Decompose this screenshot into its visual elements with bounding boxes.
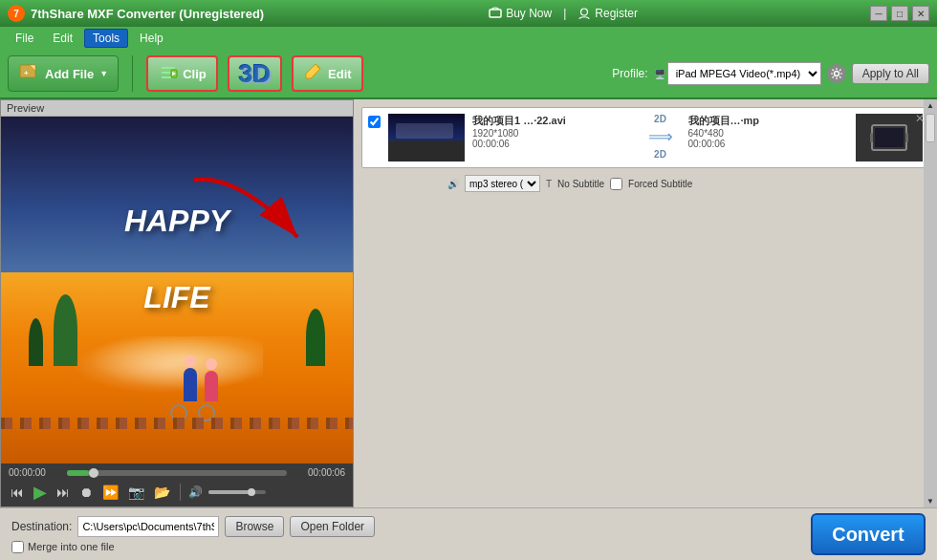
buy-now-btn[interactable]: Buy Now (489, 7, 552, 20)
add-file-icon: + (18, 61, 41, 87)
maximize-button[interactable]: □ (891, 6, 908, 21)
clip-button[interactable]: Clip (146, 55, 218, 92)
bottom-left: Destination: Browse Open Folder Merge in… (11, 516, 375, 553)
app-logo: 7 (8, 5, 25, 22)
source-file-duration: 00:00:06 (472, 139, 633, 149)
edit-label: Edit (328, 67, 352, 81)
scroll-thumb[interactable] (926, 114, 935, 142)
svg-point-7 (834, 72, 839, 76)
open-folder-button[interactable]: Open Folder (290, 516, 375, 537)
output-thumbnail (856, 114, 923, 162)
flower-overlay (72, 336, 263, 394)
file-output: 我的项目…·mp 640*480 00:00:06 (688, 114, 849, 149)
register-btn[interactable]: Register (577, 7, 638, 20)
output-file-dims: 640*480 (688, 128, 849, 139)
close-button[interactable]: ✕ (912, 6, 929, 21)
destination-label: Destination: (11, 520, 72, 533)
audio-row: 🔊 mp3 stereo ( T No Subtitle Forced Subt… (361, 172, 929, 192)
menu-tools[interactable]: Tools (84, 29, 128, 48)
scroll-down-button[interactable]: ▼ (926, 497, 934, 506)
svg-rect-11 (870, 133, 873, 142)
frame-forward-button[interactable]: ⏩ (100, 485, 120, 500)
menubar: File Edit Tools Help (0, 27, 937, 50)
scroll-up-button[interactable]: ▲ (926, 101, 934, 110)
happy-text: HAPPY (124, 203, 229, 238)
window-controls: ─ □ ✕ (870, 6, 929, 21)
titlebar: 7 7thShare MXF Converter (Unregistered) … (0, 0, 937, 27)
menu-help[interactable]: Help (132, 30, 171, 47)
svg-text:7: 7 (13, 9, 19, 19)
clip-icon (158, 62, 179, 86)
volume-icon: 🔊 (188, 485, 203, 499)
thumb-scene (388, 114, 465, 162)
source-file-dims: 1920*1080 (472, 128, 633, 139)
forced-subtitle-label: Forced Subtitle (628, 179, 692, 189)
add-file-label: Add File (45, 67, 94, 81)
rewind-button[interactable]: ⏮ (9, 485, 26, 500)
file-info: 我的项目1 …·22.avi 1920*1080 00:00:06 (472, 114, 633, 149)
merge-row: Merge into one file (11, 541, 375, 553)
merge-checkbox[interactable] (11, 541, 24, 553)
video-content: HAPPY LIFE (1, 117, 353, 463)
edit-icon (303, 62, 324, 86)
3d-button[interactable]: 3D (228, 55, 282, 92)
toolbar: + Add File ▼ Clip 3D Edit P (0, 50, 937, 99)
audio-select[interactable]: mp3 stereo ( (465, 175, 540, 192)
main-content: Preview (0, 99, 937, 507)
life-text: LIFE (143, 279, 209, 314)
source-file-name: 我的项目1 …·22.avi (472, 114, 633, 128)
add-file-dropdown-icon[interactable]: ▼ (99, 69, 108, 78)
browse-button[interactable]: Browse (225, 516, 284, 537)
controls-row: ⏮ ▶ ⏭ ⏺ ⏩ 📷 📂 🔊 (9, 482, 345, 503)
volume-slider[interactable] (208, 490, 266, 494)
preview-label: Preview (1, 100, 353, 117)
snapshot-button[interactable]: 📷 (126, 485, 146, 500)
menu-edit[interactable]: Edit (45, 30, 80, 47)
svg-rect-10 (875, 128, 904, 147)
convert-arrow-box: 2D ⟹ 2D (641, 114, 681, 160)
clip-label: Clip (183, 67, 207, 81)
subtitle-icon: T (546, 179, 552, 189)
time-total: 00:00:06 (293, 467, 345, 478)
apply-all-button[interactable]: Apply to All (852, 63, 929, 84)
bottom-bar: Destination: Browse Open Folder Merge in… (0, 507, 937, 560)
merge-label: Merge into one file (28, 541, 115, 552)
tree-1 (29, 318, 43, 366)
time-slider[interactable] (67, 470, 287, 476)
tree-3 (306, 309, 325, 366)
time-progress (67, 470, 89, 476)
time-slider-row: 00:00:00 00:00:06 (9, 467, 345, 478)
profile-label: Profile: (612, 67, 647, 80)
file-thumbnail (388, 114, 465, 162)
menu-file[interactable]: File (8, 30, 41, 47)
forced-subtitle-checkbox[interactable] (610, 178, 622, 190)
toolbar-sep-1 (132, 55, 133, 92)
settings-icon[interactable] (827, 64, 846, 83)
preview-video: HAPPY LIFE (1, 117, 353, 463)
titlebar-left: 7 7thShare MXF Converter (Unregistered) (8, 5, 264, 22)
profile-select[interactable]: iPad MPEG4 Video(*.mp4) (667, 62, 821, 85)
minimize-button[interactable]: ─ (870, 6, 887, 21)
preview-panel: Preview (0, 99, 354, 507)
profile-area: Profile: 🖥️ iPad MPEG4 Video(*.mp4) Appl… (612, 62, 929, 85)
destination-input[interactable] (77, 516, 219, 537)
folder-button[interactable]: 📂 (152, 485, 172, 500)
file-item: 我的项目1 …·22.avi 1920*1080 00:00:06 2D ⟹ 2… (361, 107, 929, 168)
add-file-button[interactable]: + Add File ▼ (8, 55, 119, 92)
convert-button[interactable]: Convert (811, 513, 926, 555)
playback-area: 00:00:00 00:00:06 ⏮ ▶ ⏭ ⏺ ⏩ 📷 📂 🔊 (1, 463, 353, 506)
edit-button[interactable]: Edit (292, 55, 363, 92)
figures (184, 368, 218, 401)
scrollbar[interactable]: ▲ ▼ (924, 99, 937, 507)
file-panel: 我的项目1 …·22.avi 1920*1080 00:00:06 2D ⟹ 2… (354, 99, 937, 507)
svg-rect-12 (905, 133, 908, 142)
time-current: 00:00:00 (9, 467, 61, 478)
record-button[interactable]: ⏺ (77, 485, 95, 500)
file-checkbox[interactable] (368, 116, 381, 128)
fast-forward-button[interactable]: ⏭ (54, 485, 72, 500)
play-button[interactable]: ▶ (32, 482, 49, 503)
ctrl-separator (180, 484, 181, 501)
output-file-name: 我的项目…·mp (688, 114, 849, 128)
volume-knob (248, 488, 255, 496)
time-knob (89, 468, 98, 478)
